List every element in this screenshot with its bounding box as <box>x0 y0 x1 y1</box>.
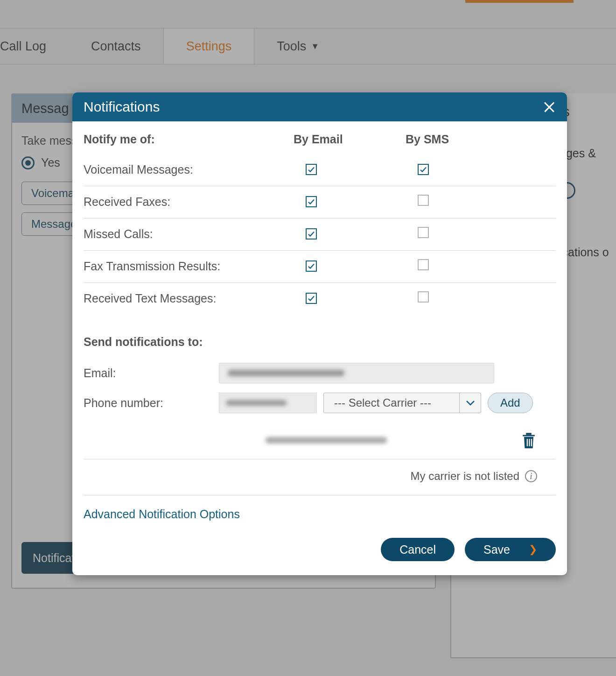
carrier-not-listed-label: My carrier is not listed <box>411 470 519 483</box>
checkbox-sms-text[interactable] <box>418 291 429 303</box>
phone-row: Phone number: --- Select Carrier --- Add <box>84 393 556 413</box>
notify-row-label: Missed Calls: <box>84 227 280 241</box>
carrier-select[interactable]: --- Select Carrier --- <box>323 393 481 413</box>
carrier-select-text: --- Select Carrier --- <box>324 396 459 409</box>
notifications-modal: Notifications Notify me of: By Email By … <box>72 92 567 575</box>
checkbox-email-voicemail[interactable] <box>306 164 317 175</box>
modal-header: Notifications <box>72 92 567 121</box>
notify-row-faxes: Received Faxes: <box>84 186 556 218</box>
checkbox-email-faxes[interactable] <box>306 196 317 207</box>
svg-rect-2 <box>531 439 532 446</box>
trash-icon[interactable] <box>520 431 537 450</box>
notify-row-label: Voicemail Messages: <box>84 163 280 176</box>
phone-entry-value <box>266 437 387 444</box>
email-input[interactable] <box>219 363 494 383</box>
advanced-options-link[interactable]: Advanced Notification Options <box>84 507 556 521</box>
modal-title: Notifications <box>84 99 160 115</box>
phone-label: Phone number: <box>84 396 219 410</box>
info-icon[interactable]: i <box>525 470 537 482</box>
save-label: Save <box>483 543 510 556</box>
modal-body: Notify me of: By Email By SMS Voicemail … <box>72 121 567 575</box>
notify-row-fax-transmission: Fax Transmission Results: <box>84 251 556 283</box>
notify-me-label: Notify me of: <box>84 133 280 146</box>
svg-rect-0 <box>527 439 528 446</box>
notify-row-voicemail: Voicemail Messages: <box>84 155 556 186</box>
phone-entry-row <box>84 422 556 459</box>
chevron-down-icon <box>459 393 481 413</box>
notify-row-label: Received Text Messages: <box>84 292 280 305</box>
notify-row-label: Fax Transmission Results: <box>84 260 280 273</box>
notify-row-text-messages: Received Text Messages: <box>84 283 556 315</box>
checkbox-email-text[interactable] <box>306 293 317 304</box>
checkbox-sms-voicemail[interactable] <box>418 164 429 175</box>
notify-row-label: Received Faxes: <box>84 195 280 209</box>
add-button[interactable]: Add <box>488 393 533 413</box>
checkbox-email-missed[interactable] <box>306 228 317 239</box>
chevron-right-icon: ❯ <box>529 543 537 556</box>
checkbox-sms-faxes[interactable] <box>418 195 429 206</box>
save-button[interactable]: Save ❯ <box>465 538 556 561</box>
cancel-button[interactable]: Cancel <box>381 538 455 561</box>
email-label: Email: <box>84 366 219 380</box>
notify-header-row: Notify me of: By Email By SMS <box>84 133 556 146</box>
email-row: Email: <box>84 363 556 383</box>
checkbox-sms-missed[interactable] <box>418 227 429 238</box>
svg-rect-1 <box>529 439 530 446</box>
phone-input[interactable] <box>219 393 317 413</box>
notify-row-missed-calls: Missed Calls: <box>84 218 556 251</box>
cancel-label: Cancel <box>399 543 436 556</box>
checkbox-sms-fax-trans[interactable] <box>418 259 429 270</box>
carrier-not-listed-row: My carrier is not listed i <box>84 459 556 495</box>
by-email-header: By Email <box>280 133 392 146</box>
send-to-label: Send notifications to: <box>84 335 556 349</box>
checkbox-email-fax-trans[interactable] <box>306 261 317 272</box>
modal-actions: Cancel Save ❯ <box>84 538 556 561</box>
by-sms-header: By SMS <box>392 133 504 146</box>
close-icon[interactable] <box>543 100 556 113</box>
